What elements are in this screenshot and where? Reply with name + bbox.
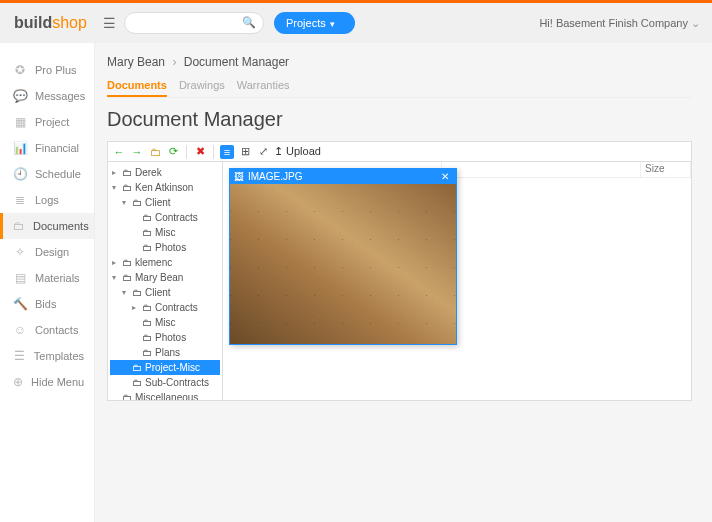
folder-icon: 🗀 — [142, 225, 152, 240]
tree-arrow-icon[interactable]: ▾ — [122, 197, 129, 209]
breadcrumb-root[interactable]: Mary Bean — [107, 55, 165, 69]
delete-icon[interactable]: ✖ — [193, 145, 207, 159]
sidebar-item-contacts[interactable]: ☺Contacts — [0, 317, 94, 343]
refresh-icon[interactable]: ⟳ — [166, 145, 180, 159]
tree-node-contracts[interactable]: 🗀Contracts — [110, 210, 220, 225]
search-icon[interactable]: 🔍 — [242, 16, 256, 29]
breadcrumb-page: Document Manager — [184, 55, 289, 69]
folder-open-icon[interactable]: 🗀 — [148, 145, 162, 159]
tree-node-photos[interactable]: 🗀Photos — [110, 330, 220, 345]
list-view-icon[interactable]: ≡ — [220, 145, 234, 159]
tree-node-mary-bean[interactable]: ▾🗀Mary Bean — [110, 270, 220, 285]
tree-arrow-icon[interactable]: ▾ — [112, 182, 119, 194]
projects-dropdown[interactable]: Projects — [274, 12, 355, 34]
breadcrumb-sep-icon: › — [172, 55, 176, 69]
tree-node-plans[interactable]: 🗀Plans — [110, 345, 220, 360]
sidebar-item-schedule[interactable]: 🕘Schedule — [0, 161, 94, 187]
tree-arrow-icon[interactable]: ▸ — [132, 302, 139, 314]
tree-arrow-icon[interactable]: ▾ — [122, 287, 129, 299]
sidebar-item-design[interactable]: ✧Design — [0, 239, 94, 265]
topbar: buildshop ☰ 🔍 Projects Hi! Basement Fini… — [0, 3, 712, 43]
tree-label: Client — [145, 285, 171, 300]
sidebar-icon: ⊕ — [13, 375, 23, 389]
folder-icon: 🗀 — [132, 285, 142, 300]
tree-label: Contracts — [155, 300, 198, 315]
sidebar-item-financial[interactable]: 📊Financial — [0, 135, 94, 161]
sidebar-icon: 📊 — [13, 141, 27, 155]
tree-node-ken-atkinson[interactable]: ▾🗀Ken Atkinson — [110, 180, 220, 195]
logo[interactable]: buildshop — [0, 14, 95, 32]
sidebar-icon: ☺ — [13, 323, 27, 337]
viewer-titlebar[interactable]: 🖼 IMAGE.JPG ✕ — [230, 169, 456, 184]
sidebar-label: Messages — [35, 90, 85, 102]
tree-arrow-icon[interactable]: ▸ — [112, 167, 119, 179]
tab-documents[interactable]: Documents — [107, 79, 167, 97]
tree-label: Contracts — [155, 210, 198, 225]
tree-node-photos[interactable]: 🗀Photos — [110, 240, 220, 255]
tab-warranties[interactable]: Warranties — [237, 79, 290, 97]
upload-button[interactable]: ↥ Upload — [274, 145, 321, 159]
sidebar-item-project[interactable]: ▦Project — [0, 109, 94, 135]
tree-label: klemenc — [135, 255, 172, 270]
page-title: Document Manager — [107, 108, 692, 131]
sidebar-icon: ☰ — [13, 349, 26, 363]
sidebar-item-logs[interactable]: ≣Logs — [0, 187, 94, 213]
sidebar-label: Logs — [35, 194, 59, 206]
document-panel: ← → 🗀 ⟳ ✖ ≡ ⊞ ⤢ ↥ Upload ▸🗀Derek▾🗀Ken At… — [107, 141, 692, 401]
sidebar-item-messages[interactable]: 💬Messages — [0, 83, 94, 109]
folder-icon: 🗀 — [122, 165, 132, 180]
sidebar-item-materials[interactable]: ▤Materials — [0, 265, 94, 291]
tree-node-sub-contracts[interactable]: 🗀Sub-Contracts — [110, 375, 220, 390]
sidebar-label: Project — [35, 116, 69, 128]
tree-node-klemenc[interactable]: ▸🗀klemenc — [110, 255, 220, 270]
image-viewer[interactable]: 🖼 IMAGE.JPG ✕ — [229, 168, 457, 345]
folder-icon: 🗀 — [122, 180, 132, 195]
menu-toggle-icon[interactable]: ☰ — [103, 15, 116, 31]
breadcrumb: Mary Bean › Document Manager — [107, 55, 692, 69]
tree-node-miscellaneous[interactable]: 🗀Miscellaneous — [110, 390, 220, 400]
tree-label: Plans — [155, 345, 180, 360]
col-name[interactable] — [442, 162, 641, 177]
content: Mary Bean › Document Manager DocumentsDr… — [95, 43, 712, 522]
folder-icon: 🗀 — [132, 360, 142, 375]
tree-node-client[interactable]: ▾🗀Client — [110, 285, 220, 300]
folder-icon: 🗀 — [142, 300, 152, 315]
sidebar-item-templates[interactable]: ☰Templates — [0, 343, 94, 369]
sidebar-icon: 🕘 — [13, 167, 27, 181]
tree-node-misc[interactable]: 🗀Misc — [110, 225, 220, 240]
folder-icon: 🗀 — [142, 315, 152, 330]
panel-toolbar: ← → 🗀 ⟳ ✖ ≡ ⊞ ⤢ ↥ Upload — [108, 142, 691, 162]
tab-drawings[interactable]: Drawings — [179, 79, 225, 97]
folder-icon: 🗀 — [142, 240, 152, 255]
expand-icon[interactable]: ⤢ — [256, 145, 270, 159]
sidebar-label: Schedule — [35, 168, 81, 180]
forward-icon[interactable]: → — [130, 145, 144, 159]
company-dropdown[interactable]: Hi! Basement Finish Company — [539, 17, 700, 30]
sidebar-icon: 💬 — [13, 89, 27, 103]
tree-label: Project-Misc — [145, 360, 200, 375]
image-file-icon: 🖼 — [234, 171, 244, 182]
sidebar: ✪Pro Plus💬Messages▦Project📊Financial🕘Sch… — [0, 43, 95, 522]
col-size[interactable]: Size — [641, 162, 691, 177]
sidebar-item-documents[interactable]: 🗀Documents — [0, 213, 94, 239]
sidebar-icon: ✪ — [13, 63, 27, 77]
tree-node-derek[interactable]: ▸🗀Derek — [110, 165, 220, 180]
folder-icon: 🗀 — [142, 345, 152, 360]
tree-node-client[interactable]: ▾🗀Client — [110, 195, 220, 210]
back-icon[interactable]: ← — [112, 145, 126, 159]
tree-node-contracts[interactable]: ▸🗀Contracts — [110, 300, 220, 315]
close-icon[interactable]: ✕ — [438, 171, 452, 182]
tree-arrow-icon[interactable]: ▸ — [112, 257, 119, 269]
grid-view-icon[interactable]: ⊞ — [238, 145, 252, 159]
folder-tree[interactable]: ▸🗀Derek▾🗀Ken Atkinson▾🗀Client🗀Contracts🗀… — [108, 162, 223, 400]
sidebar-item-pro-plus[interactable]: ✪Pro Plus — [0, 57, 94, 83]
folder-icon: 🗀 — [122, 255, 132, 270]
sidebar-item-hide-menu[interactable]: ⊕Hide Menu — [0, 369, 94, 395]
sidebar-item-bids[interactable]: 🔨Bids — [0, 291, 94, 317]
tree-label: Miscellaneous — [135, 390, 198, 400]
tree-node-misc[interactable]: 🗀Misc — [110, 315, 220, 330]
tree-label: Photos — [155, 240, 186, 255]
tree-arrow-icon[interactable]: ▾ — [112, 272, 119, 284]
tabs: DocumentsDrawingsWarranties — [107, 79, 692, 98]
tree-node-project-misc[interactable]: 🗀Project-Misc — [110, 360, 220, 375]
